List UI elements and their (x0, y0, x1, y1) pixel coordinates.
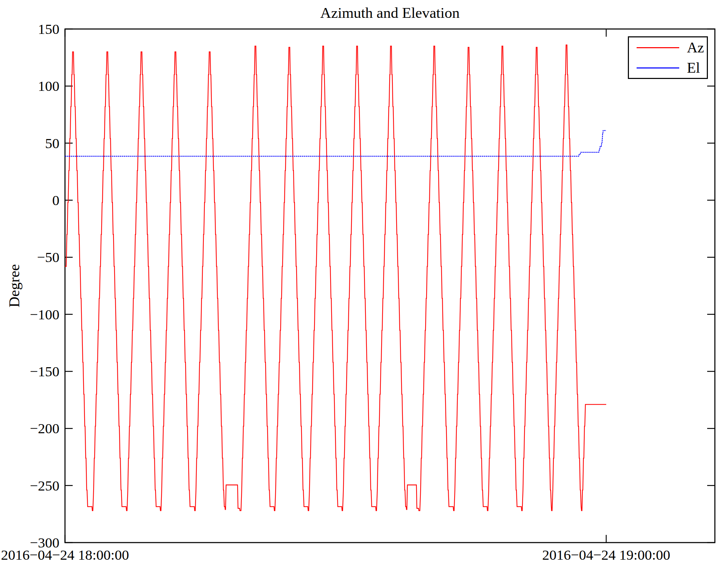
y-tick-label-0: 0 (0, 192, 59, 209)
legend-box: Az El (628, 36, 708, 79)
y-tick-label-50: 50 (0, 135, 59, 152)
legend-row-az: Az (629, 37, 707, 58)
y-tick-label--150: −150 (0, 363, 59, 380)
y-tick-label-100: 100 (0, 78, 59, 94)
az-line (65, 45, 606, 511)
legend-row-el: El (629, 58, 707, 78)
y-tick-label--100: −100 (0, 306, 59, 323)
el-line-sample (637, 67, 679, 68)
chart-title: Azimuth and Elevation (65, 4, 715, 21)
y-tick-label--200: −200 (0, 420, 59, 437)
azimuth-elevation-chart: Azimuth and Elevation Degree 150 100 50 … (0, 0, 725, 588)
series-group (65, 45, 606, 511)
y-axis-label: Degree (6, 264, 23, 307)
plot-canvas (0, 0, 725, 588)
y-tick-label--250: −250 (0, 477, 59, 494)
y-tick-label-150: 150 (0, 21, 59, 37)
legend-label-az: Az (687, 39, 704, 56)
x-tick-label-1900: 2016−04−24 19:00:00 (501, 546, 711, 563)
legend-label-el: El (687, 59, 700, 76)
y-tick-label--50: −50 (0, 249, 59, 266)
x-tick-label-1800: 2016−04−24 18:00:00 (0, 546, 170, 563)
el-line (65, 131, 606, 157)
az-line-sample (637, 47, 679, 48)
